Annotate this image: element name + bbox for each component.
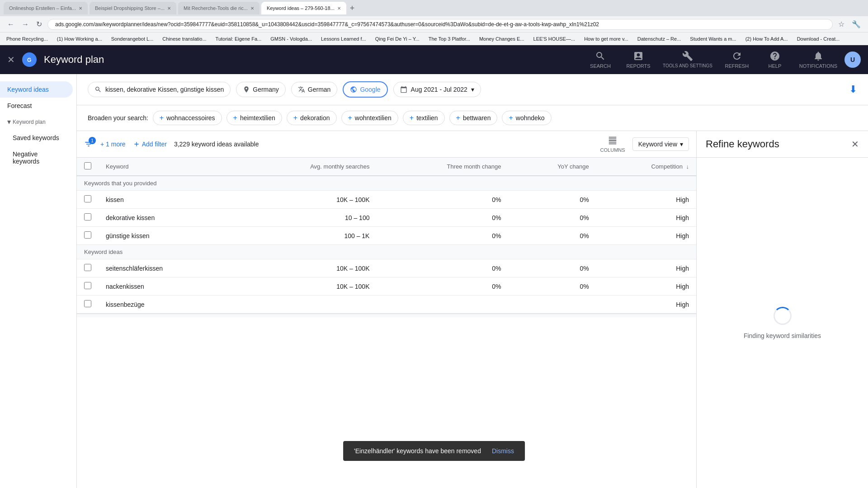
bookmark-money[interactable]: Money Changes E... (476, 35, 527, 42)
nav-tools[interactable]: TOOLS AND SETTINGS (663, 51, 712, 69)
broaden-chip-dekoration[interactable]: + dekoration (287, 111, 337, 125)
tab-close-1[interactable]: ✕ (79, 6, 82, 11)
row-checkbox-cell[interactable] (77, 227, 99, 245)
row-three-month: 0% (377, 191, 508, 209)
broaden-chip-wohntextilien[interactable]: + wohntextilien (341, 111, 398, 125)
bookmark-star[interactable]: ☆ (836, 18, 846, 30)
date-range-chip[interactable]: Aug 2021 - Jul 2022 ▾ (393, 82, 481, 97)
select-all-checkbox[interactable] (84, 162, 91, 169)
row-yoy: 0% (509, 209, 596, 227)
table-row: kissen 10K – 100K 0% 0% High (77, 191, 696, 209)
bookmark-how-add[interactable]: (2) How To Add A... (743, 35, 791, 42)
bookmark-tutorial[interactable]: Tutorial: Eigene Fa... (213, 35, 264, 42)
add-filter-button[interactable]: Add filter (133, 141, 167, 148)
forward-button[interactable]: → (20, 19, 31, 30)
col-header-competition[interactable]: Competition ↓ (596, 158, 696, 176)
filters-bar: kissen, dekorative Kissen, günstige kiss… (77, 74, 868, 105)
bookmark-gmsn[interactable]: GMSN - Vologda... (268, 35, 315, 42)
network-filter-chip[interactable]: Google (343, 81, 387, 98)
col-header-avg-monthly[interactable]: Avg. monthly searches (236, 158, 377, 176)
bookmark-lessons[interactable]: Lessons Learned f... (318, 35, 369, 42)
new-tab-button[interactable]: + (348, 4, 357, 13)
sidebar: Keyword ideas Forecast ▾ Keyword plan Sa… (0, 74, 77, 488)
col-header-keyword[interactable]: Keyword (99, 158, 236, 176)
broaden-chip-bettwaren[interactable]: + bettwaren (449, 111, 498, 125)
row-three-month: 0% (377, 227, 508, 245)
sidebar-section-keyword-plan[interactable]: ▾ Keyword plan (0, 114, 76, 130)
col-header-select[interactable] (77, 158, 99, 176)
tab-close-3[interactable]: ✕ (250, 6, 254, 11)
scroll-indicator[interactable] (77, 314, 696, 317)
plus-icon: + (160, 114, 164, 122)
row-checkbox[interactable] (84, 195, 91, 202)
row-checkbox[interactable] (84, 282, 91, 289)
nav-help[interactable]: HELP (761, 51, 788, 69)
row-checkbox[interactable] (84, 264, 91, 271)
reload-button[interactable]: ↻ (34, 18, 44, 30)
broaden-chip-wohndeko[interactable]: + wohndeko (502, 111, 551, 125)
row-avg-monthly: 10K – 100K (236, 277, 377, 296)
nav-refresh[interactable]: REFRESH (723, 51, 750, 69)
bookmark-how-working[interactable]: (1) How Working a... (54, 35, 105, 42)
date-range-text: Aug 2021 - Jul 2022 (411, 86, 467, 93)
bookmark-phone[interactable]: Phone Recycling... (4, 35, 51, 42)
tab-dropshipping[interactable]: Beispiel Dropshipping Store –... ✕ (90, 2, 176, 14)
more-filters-link[interactable]: + 1 more (100, 141, 126, 148)
language-filter-chip[interactable]: German (291, 82, 338, 97)
extensions-button[interactable]: 🔧 (850, 18, 863, 30)
row-competition: High (596, 277, 696, 296)
row-checkbox-cell[interactable] (77, 209, 99, 227)
nav-search[interactable]: SEARCH (587, 51, 614, 69)
sidebar-item-negative-keywords[interactable]: Negative keywords (0, 146, 73, 169)
back-button[interactable]: ← (5, 19, 16, 30)
bookmark-sonderangebot[interactable]: Sonderangebot L... (108, 35, 156, 42)
row-checkbox-cell[interactable] (77, 296, 99, 314)
nav-tools-label: TOOLS AND SETTINGS (663, 63, 712, 69)
tab-close-4[interactable]: ✕ (337, 6, 341, 11)
table-scroll-area[interactable]: Keyword Avg. monthly searches Three mont… (77, 158, 696, 488)
right-panel-close-button[interactable]: ✕ (851, 139, 859, 150)
nav-reports[interactable]: REPORTS (625, 51, 652, 69)
broaden-chip-textilien[interactable]: + textilien (403, 111, 445, 125)
keyword-view-button[interactable]: Keyword view ▾ (632, 137, 689, 151)
row-checkbox-cell[interactable] (77, 259, 99, 277)
keyword-view-label: Keyword view (638, 141, 677, 148)
sidebar-item-forecast[interactable]: Forecast (0, 98, 73, 114)
location-filter-chip[interactable]: Germany (236, 82, 286, 97)
broaden-chip-heimtextilien[interactable]: + heimtextilien (226, 111, 282, 125)
tab-onlineshop[interactable]: Onlineshop Erstellen – Einfa... ✕ (4, 2, 88, 14)
broaden-chip-wohnaccessoires[interactable]: + wohnaccessoires (153, 111, 222, 125)
row-checkbox-cell[interactable] (77, 277, 99, 296)
bookmark-chinese[interactable]: Chinese translatio... (160, 35, 209, 42)
header-close-button[interactable]: ✕ (7, 54, 15, 65)
table-row: nackenkissen 10K – 100K 0% 0% High (77, 277, 696, 296)
address-input[interactable] (47, 19, 833, 30)
tab-keyword-ideas[interactable]: Keyword ideas – 279-560-18... ✕ (261, 2, 346, 14)
bookmark-how-get-more[interactable]: How to get more v... (581, 35, 631, 42)
col-header-yoy[interactable]: YoY change (509, 158, 596, 176)
search-filter-chip[interactable]: kissen, dekorative Kissen, günstige kiss… (88, 82, 231, 97)
table-controls: COLUMNS Keyword view ▾ (600, 136, 689, 153)
bookmark-student[interactable]: Student Wants a m... (687, 35, 739, 42)
tab-mit-recherche[interactable]: Mit Recherche-Tools die ric... ✕ (178, 2, 259, 14)
row-checkbox[interactable] (84, 213, 91, 221)
col-header-three-month[interactable]: Three month change (377, 158, 508, 176)
download-button[interactable]: ⬇ (849, 84, 857, 95)
row-yoy: 0% (509, 227, 596, 245)
row-checkbox[interactable] (84, 231, 91, 239)
user-avatar[interactable]: U (844, 52, 861, 68)
row-checkbox[interactable] (84, 300, 91, 307)
row-checkbox-cell[interactable] (77, 191, 99, 209)
tab-close-2[interactable]: ✕ (167, 6, 171, 11)
bookmark-download[interactable]: Download - Creat... (794, 35, 843, 42)
bookmark-lee[interactable]: LEE'S HOUSE—... (531, 35, 578, 42)
section-row-ideas: Keyword ideas (77, 245, 696, 259)
bookmark-datenschutz[interactable]: Datenschutz – Re... (635, 35, 684, 42)
toast-dismiss-button[interactable]: Dismiss (492, 447, 514, 455)
columns-button[interactable]: COLUMNS (600, 136, 625, 153)
nav-notifications[interactable]: NOTIFICATIONS (799, 51, 837, 69)
bookmark-qing[interactable]: Qing Fei De Yi – Y... (373, 35, 422, 42)
bookmark-top3[interactable]: The Top 3 Platfor... (426, 35, 473, 42)
sidebar-item-keyword-ideas[interactable]: Keyword ideas (0, 81, 73, 98)
sidebar-item-saved-keywords[interactable]: Saved keywords (0, 130, 73, 146)
